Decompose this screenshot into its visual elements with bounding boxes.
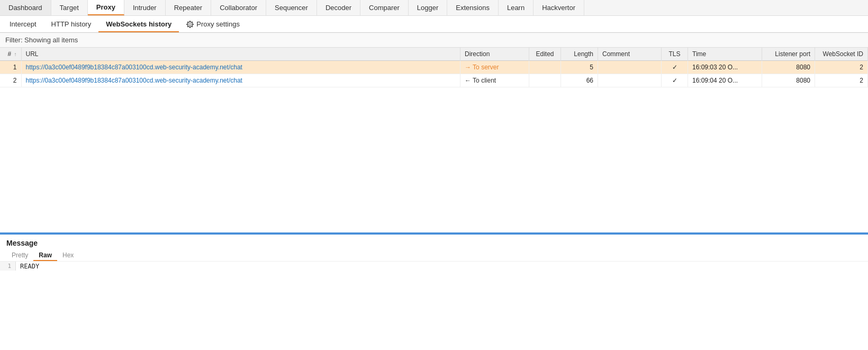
nav-hackvertor[interactable]: Hackvertor [534,0,584,15]
col-header-wsid[interactable]: WebSocket ID [815,48,868,61]
sub-navigation: Intercept HTTP history WebSockets histor… [0,16,868,33]
col-header-comment[interactable]: Comment [598,48,662,61]
cell-wsid: 2 [815,61,868,74]
table-row[interactable]: 2 https://0a3c00ef0489f9b18384c87a003100… [0,74,868,87]
col-header-url[interactable]: URL [21,48,460,61]
main-layout: Filter: Showing all items # ↑ URL Direct… [0,33,868,350]
table-header-row: # ↑ URL Direction Edited Length Comment … [0,48,868,61]
websockets-table-container[interactable]: # ↑ URL Direction Edited Length Comment … [0,48,868,234]
filter-bar[interactable]: Filter: Showing all items [0,33,868,48]
nav-decoder[interactable]: Decoder [317,0,360,15]
table-section: Filter: Showing all items # ↑ URL Direct… [0,33,868,234]
message-section: Message Pretty Raw Hex 1 READY [0,234,868,350]
cell-url: https://0a3c00ef0489f9b18384c87a003100cd… [21,74,460,87]
proxy-settings-label: Proxy settings [196,20,240,28]
cell-listenerport: 8080 [762,74,815,87]
gear-icon [186,21,194,28]
cell-tls: ✓ [662,61,688,74]
tab-intercept[interactable]: Intercept [2,16,44,32]
top-navigation: Dashboard Target Proxy Intruder Repeater… [0,0,868,16]
nav-learn[interactable]: Learn [499,0,534,15]
col-header-length[interactable]: Length [561,48,598,61]
websockets-table: # ↑ URL Direction Edited Length Comment … [0,48,868,87]
col-header-edited[interactable]: Edited [529,48,561,61]
cell-url: https://0a3c00ef0489f9b18384c87a003100cd… [21,61,460,74]
cell-length: 5 [561,61,598,74]
nav-collaborator[interactable]: Collaborator [211,0,266,15]
cell-edited [529,74,561,87]
message-title: Message [0,235,868,249]
cell-direction: → To server [460,61,529,74]
message-line-1: 1 READY [0,262,868,272]
cell-tls: ✓ [662,74,688,87]
nav-logger[interactable]: Logger [409,0,447,15]
cell-num: 1 [0,61,21,74]
message-content: 1 READY [0,262,868,350]
tab-raw[interactable]: Raw [33,249,57,261]
filter-text: Filter: Showing all items [5,36,78,44]
line-number-1: 1 [0,262,16,271]
nav-intruder[interactable]: Intruder [124,0,166,15]
nav-comparer[interactable]: Comparer [360,0,409,15]
message-tabs: Pretty Raw Hex [0,249,868,262]
tab-pretty[interactable]: Pretty [6,249,33,261]
col-header-time[interactable]: Time [688,48,762,61]
nav-extensions[interactable]: Extensions [447,0,499,15]
cell-comment [598,61,662,74]
cell-listenerport: 8080 [762,61,815,74]
cell-time: 16:09:04 20 O... [688,74,762,87]
cell-comment [598,74,662,87]
line-text-1: READY [16,262,43,271]
nav-repeater[interactable]: Repeater [166,0,211,15]
cell-num: 2 [0,74,21,87]
nav-target[interactable]: Target [51,0,88,15]
sort-arrow-num: ↑ [14,51,17,57]
cell-time: 16:09:03 20 O... [688,61,762,74]
tab-http-history[interactable]: HTTP history [44,16,99,32]
col-header-num[interactable]: # ↑ [0,48,21,61]
nav-proxy[interactable]: Proxy [88,0,124,15]
nav-dashboard[interactable]: Dashboard [0,0,51,15]
tab-websockets-history[interactable]: WebSockets history [98,16,179,32]
cell-wsid: 2 [815,74,868,87]
proxy-settings-button[interactable]: Proxy settings [179,20,247,28]
table-row[interactable]: 1 https://0a3c00ef0489f9b18384c87a003100… [0,61,868,74]
nav-sequencer[interactable]: Sequencer [266,0,317,15]
col-header-direction[interactable]: Direction [460,48,529,61]
cell-edited [529,61,561,74]
col-header-listenerport[interactable]: Listener port [762,48,815,61]
cell-length: 66 [561,74,598,87]
tab-hex[interactable]: Hex [57,249,79,261]
cell-direction: ← To client [460,74,529,87]
col-header-tls[interactable]: TLS [662,48,688,61]
